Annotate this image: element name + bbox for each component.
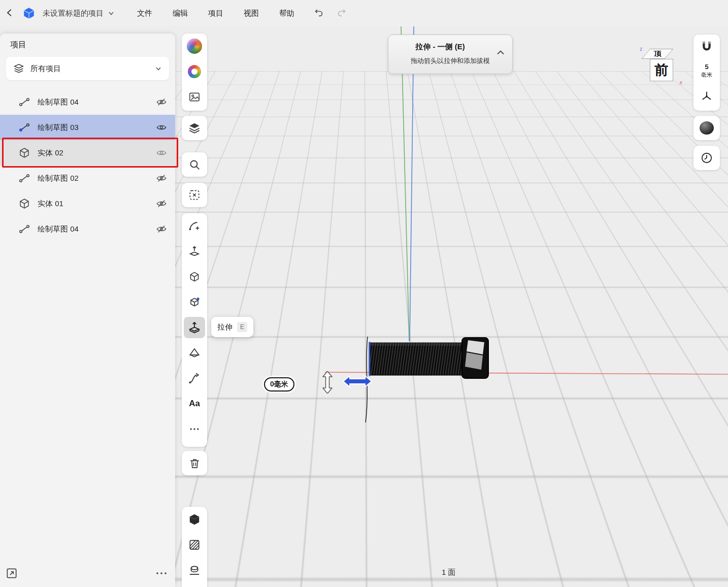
- color-tool-button[interactable]: [182, 59, 207, 84]
- chevron-down-icon: [108, 10, 115, 17]
- menu-file[interactable]: 文件: [137, 9, 152, 18]
- view-cube-front-face[interactable]: 前: [650, 59, 673, 81]
- item-label: 实体 02: [38, 148, 63, 158]
- history-clock-icon: [700, 151, 713, 165]
- back-button[interactable]: [2, 5, 18, 21]
- arc-sketch-icon: [188, 219, 201, 233]
- move-tool-button[interactable]: [182, 239, 207, 264]
- visibility-on-icon[interactable]: [156, 147, 167, 158]
- collapse-hint-chevron-icon[interactable]: [496, 48, 505, 57]
- snap-unit: 毫米: [693, 71, 720, 79]
- selected-tool-highlight: [184, 317, 205, 338]
- project-filter-label: 所有项目: [30, 64, 61, 74]
- view-cube-top-face[interactable]: 顶: [642, 49, 674, 59]
- text-tool-icon: Aa: [189, 399, 200, 409]
- base-display-button[interactable]: [182, 558, 207, 583]
- hint-title: 拉伸 - 一侧 (E): [388, 42, 492, 52]
- import-export-icon[interactable]: [5, 567, 18, 580]
- revolve-tool-button[interactable]: [182, 289, 207, 315]
- search-icon: [188, 158, 201, 171]
- deselect-button[interactable]: [182, 183, 207, 207]
- tool-hint-panel: 拉伸 - 一侧 (E) 拖动箭头以拉伸和添加拔模: [388, 35, 513, 74]
- image-tool-button[interactable]: [182, 84, 207, 110]
- project-title-menu[interactable]: 未设置标题的项目: [43, 7, 115, 20]
- sidebar-item-solid-02[interactable]: 实体 02: [0, 140, 175, 166]
- pedestal-icon: [188, 564, 201, 577]
- item-label: 绘制草图 02: [38, 174, 79, 183]
- project-title: 未设置标题的项目: [43, 9, 104, 18]
- text-tool-button[interactable]: Aa: [182, 391, 207, 416]
- hint-subtitle: 拖动箭头以拉伸和添加拔模: [388, 56, 512, 66]
- view-cube[interactable]: z 顶 前 x: [638, 45, 683, 87]
- search-button[interactable]: [182, 152, 207, 177]
- more-tools-button[interactable]: [182, 416, 207, 442]
- move-rotate-icon: [188, 245, 201, 258]
- back-arrow-icon: [5, 7, 16, 18]
- view-cube-top-label: 顶: [654, 50, 661, 58]
- visibility-on-icon[interactable]: [156, 122, 167, 133]
- sketch-icon: [18, 172, 30, 184]
- extrude-shortcut-badge: E: [237, 322, 247, 332]
- bolt-model[interactable]: [350, 320, 498, 427]
- dimension-input[interactable]: 0毫米: [264, 377, 294, 392]
- matcap-sphere-icon: [700, 121, 714, 135]
- visibility-off-icon[interactable]: [156, 173, 167, 184]
- visibility-off-icon[interactable]: [156, 223, 167, 235]
- axis-gizmo-icon[interactable]: [700, 89, 714, 104]
- undo-button[interactable]: [311, 5, 327, 21]
- project-filter-dropdown[interactable]: 所有项目: [6, 57, 169, 80]
- chamfer-tool-button[interactable]: [182, 340, 207, 366]
- hatch-icon: [188, 538, 201, 551]
- sidebar-item-sketch-02[interactable]: 绘制草图 02: [0, 166, 175, 191]
- menu-bar: 文件 编辑 项目 视图 帮助: [137, 0, 294, 26]
- menu-project[interactable]: 项目: [208, 9, 223, 18]
- magnet-snap-icon[interactable]: [699, 40, 714, 55]
- menu-view[interactable]: 视图: [244, 9, 259, 18]
- sidebar-item-solid-01[interactable]: 实体 01: [0, 191, 175, 216]
- extrude-tooltip: 拉伸 E: [211, 317, 253, 337]
- sidebar-title: 项目: [10, 40, 26, 50]
- vertical-drag-arrow[interactable]: [322, 371, 333, 394]
- item-label: 绘制草图 04: [38, 224, 79, 234]
- primitive-tool-button[interactable]: [182, 264, 207, 289]
- layers-button[interactable]: [182, 116, 207, 140]
- sidebar-item-sketch-04[interactable]: 绘制草图 04: [0, 89, 175, 115]
- extrude-drag-arrow[interactable]: [343, 373, 372, 389]
- menu-help[interactable]: 帮助: [279, 9, 294, 18]
- visibility-off-icon[interactable]: [156, 198, 167, 209]
- marquee-deselect-icon: [188, 188, 201, 202]
- snap-value[interactable]: 5: [693, 63, 720, 71]
- top-menu-bar: 未设置标题的项目 文件 编辑 项目 视图 帮助: [0, 0, 728, 26]
- layers-group: [182, 116, 207, 140]
- axis-x-label: x: [680, 79, 683, 85]
- history-button[interactable]: [693, 146, 720, 170]
- delete-button[interactable]: [182, 451, 207, 475]
- sketch-tool-button[interactable]: [182, 213, 207, 239]
- extrude-icon: [188, 321, 201, 334]
- sidebar-item-sketch-04b[interactable]: 绘制草图 04: [0, 216, 175, 242]
- visibility-off-icon[interactable]: [156, 96, 167, 108]
- app-logo-icon[interactable]: [22, 7, 36, 20]
- sidebar-item-sketch-03[interactable]: 绘制草图 03: [0, 115, 175, 140]
- extrude-tool-button[interactable]: [182, 315, 207, 340]
- image-icon: [188, 90, 201, 104]
- snap-settings-panel: 5 毫米: [693, 35, 720, 111]
- bolt-shaft[interactable]: [369, 343, 463, 375]
- sweep-tool-button[interactable]: [182, 366, 207, 391]
- ellipsis-icon: [188, 426, 201, 432]
- cube-icon: [188, 270, 201, 283]
- hatch-display-button[interactable]: [182, 532, 207, 558]
- layers-icon: [188, 121, 201, 135]
- shading-mode-button[interactable]: [693, 116, 720, 140]
- item-label: 绘制草图 03: [38, 123, 79, 133]
- more-options-icon[interactable]: [155, 570, 168, 577]
- solid-display-button[interactable]: [182, 507, 207, 532]
- menu-edit[interactable]: 编辑: [173, 9, 188, 18]
- selection-status: 1 面: [442, 568, 456, 577]
- redo-button[interactable]: [334, 5, 350, 21]
- modeling-tool-group: Aa: [182, 213, 207, 447]
- redo-icon: [336, 7, 347, 18]
- axis-z-label: z: [640, 46, 643, 52]
- material-tool-button[interactable]: [182, 34, 207, 59]
- appearance-tool-group: [182, 34, 207, 111]
